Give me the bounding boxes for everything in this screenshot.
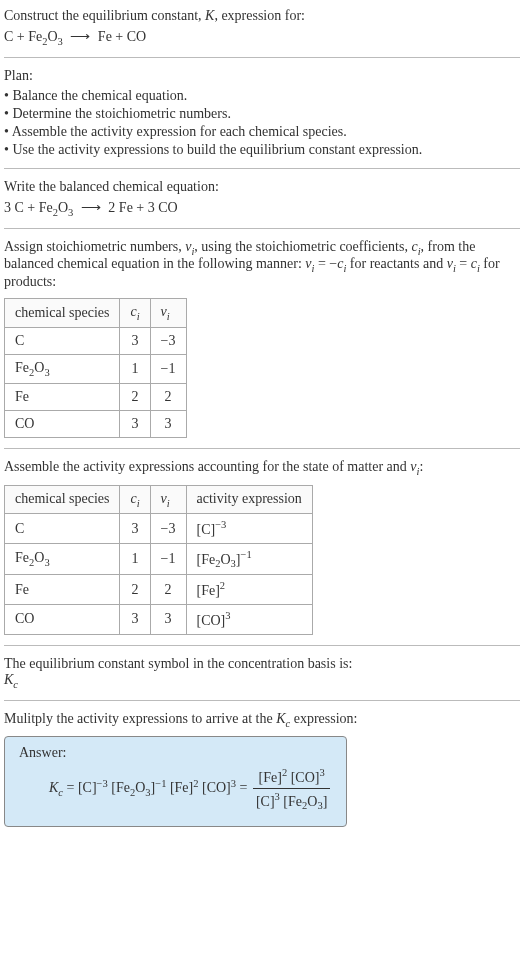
symbol-kc: Kc: [4, 672, 520, 690]
table-row: Fe2O3 1 −1 [Fe2O3]−1: [5, 544, 313, 575]
text: O: [220, 552, 230, 567]
sup: 2: [220, 580, 225, 591]
text: ]: [323, 794, 328, 809]
text: O: [135, 781, 145, 796]
intro-reaction: C + Fe2O3 ⟶ Fe + CO: [4, 28, 520, 47]
assign-section: Assign stoichiometric numbers, νi, using…: [4, 239, 520, 438]
text: = −: [314, 256, 337, 271]
activity: [Fe2O3]−1: [186, 544, 312, 575]
term: [Fe: [108, 781, 130, 796]
activity: [C]−3: [186, 514, 312, 544]
plan-item: • Assemble the activity expression for e…: [4, 124, 520, 140]
c-val: 3: [120, 327, 150, 354]
c-val: 3: [120, 410, 150, 437]
text: :: [419, 459, 423, 474]
K: K: [49, 781, 58, 796]
assemble-section: Assemble the activity expressions accoun…: [4, 459, 520, 635]
activity: [Fe]2: [186, 575, 312, 605]
term: [CO]: [198, 781, 230, 796]
col-c: ci: [120, 485, 150, 514]
balanced-rhs: 2 Fe + 3 CO: [108, 200, 177, 215]
text: [Fe: [197, 552, 216, 567]
term: [C]: [256, 794, 275, 809]
fraction-numerator: [Fe]2 [CO]3: [253, 767, 330, 789]
col-nu: νi: [150, 299, 186, 328]
sup: −3: [97, 778, 108, 789]
reaction-rhs: Fe + CO: [98, 29, 146, 44]
balanced-lhs: 3 C + Fe: [4, 200, 53, 215]
K: K: [276, 711, 285, 726]
reaction-o: O: [47, 29, 57, 44]
answer-box: Answer: Kc = [C]−3 [Fe2O3]−1 [Fe]2 [CO]3…: [4, 736, 347, 826]
col-nu: νi: [150, 485, 186, 514]
sup: −3: [215, 519, 226, 530]
intro-text: Construct the equilibrium constant,: [4, 8, 205, 23]
balanced-equation: 3 C + Fe2O3 ⟶ 2 Fe + 3 CO: [4, 199, 520, 218]
arrow-icon: ⟶: [77, 200, 104, 215]
sub: 3: [58, 36, 63, 47]
table-header-row: chemical species ci νi: [5, 299, 187, 328]
table-row: C 3 −3: [5, 327, 187, 354]
sub-i: i: [167, 311, 170, 322]
divider: [4, 228, 520, 229]
text: Mulitply the activity expressions to arr…: [4, 711, 276, 726]
answer-content: Kc = [C]−3 [Fe2O3]−1 [Fe]2 [CO]3 = [Fe]2…: [19, 767, 332, 811]
text: [CO]: [197, 613, 226, 628]
divider: [4, 168, 520, 169]
nu-val: 3: [150, 410, 186, 437]
assign-text: Assign stoichiometric numbers, νi, using…: [4, 239, 520, 291]
species: C: [5, 327, 120, 354]
table-row: Fe 2 2 [Fe]2: [5, 575, 313, 605]
c-val: 2: [120, 575, 150, 605]
sup: 3: [225, 610, 230, 621]
nu-val: −3: [150, 514, 186, 544]
divider: [4, 57, 520, 58]
text: for reactants and: [346, 256, 446, 271]
activity-table: chemical species ci νi activity expressi…: [4, 485, 313, 635]
intro-line: Construct the equilibrium constant, K, e…: [4, 8, 520, 24]
text: Assemble the activity expressions accoun…: [4, 459, 410, 474]
species: CO: [5, 605, 120, 635]
text: , using the stoichiometric coefficients,: [194, 239, 411, 254]
term: [Fe]: [166, 781, 193, 796]
sub-c: c: [13, 679, 18, 690]
sub: 3: [68, 207, 73, 218]
table-row: Fe 2 2: [5, 383, 187, 410]
table-row: Fe2O3 1 −1: [5, 354, 187, 383]
nu-val: −3: [150, 327, 186, 354]
table-row: CO 3 3: [5, 410, 187, 437]
answer-label: Answer:: [19, 745, 332, 761]
intro-text-end: , expression for:: [214, 8, 305, 23]
balanced-header: Write the balanced chemical equation:: [4, 179, 520, 195]
assemble-text: Assemble the activity expressions accoun…: [4, 459, 520, 477]
sub-i: i: [137, 497, 140, 508]
text: [C]: [197, 522, 216, 537]
text: O: [34, 550, 44, 565]
K: K: [4, 672, 13, 687]
species: C: [5, 514, 120, 544]
eq: =: [63, 781, 78, 796]
divider: [4, 448, 520, 449]
term: [CO]: [287, 770, 319, 785]
fraction: [Fe]2 [CO]3[C]3 [Fe2O3]: [253, 767, 330, 811]
sub-i: i: [137, 311, 140, 322]
text: Assign stoichiometric numbers,: [4, 239, 185, 254]
table-header-row: chemical species ci νi activity expressi…: [5, 485, 313, 514]
multiply-section: Mulitply the activity expressions to arr…: [4, 711, 520, 827]
sub: 3: [44, 557, 49, 568]
c-val: 3: [120, 605, 150, 635]
nu-val: 2: [150, 383, 186, 410]
nu-val: 2: [150, 575, 186, 605]
plan-item: • Determine the stoichiometric numbers.: [4, 106, 520, 122]
text: Fe: [15, 360, 29, 375]
term: [C]: [78, 781, 97, 796]
reaction-lhs: C + Fe: [4, 29, 42, 44]
plan-item: • Use the activity expressions to build …: [4, 142, 520, 158]
intro-K: K: [205, 8, 214, 23]
symbol-section: The equilibrium constant symbol in the c…: [4, 656, 520, 690]
species: Fe: [5, 383, 120, 410]
plan-section: Plan: • Balance the chemical equation. •…: [4, 68, 520, 158]
divider: [4, 645, 520, 646]
c-val: 1: [120, 544, 150, 575]
species: Fe2O3: [5, 354, 120, 383]
